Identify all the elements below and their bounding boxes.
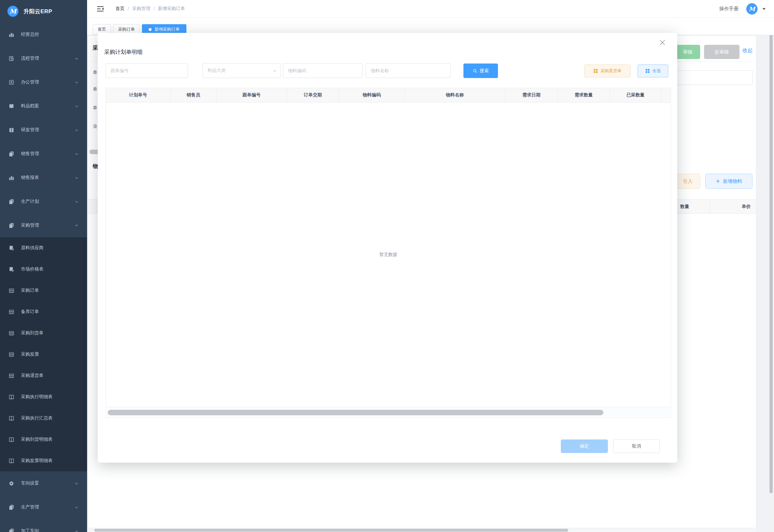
manual-link[interactable]: 操作手册 — [719, 6, 739, 12]
sidebar-item-0[interactable]: 经营总控 — [0, 23, 87, 46]
sidebar-item-6[interactable]: 销售报表 — [0, 166, 87, 190]
caret-down-icon[interactable] — [762, 8, 766, 12]
plan-table-horizontal-scrollbar-track — [105, 407, 671, 418]
sidebar-item-7[interactable]: 生产计划 — [0, 190, 87, 213]
sidebar-item-10[interactable]: 市场价格表 — [0, 259, 87, 280]
book-icon — [9, 458, 14, 464]
plan-table-header-5: 物料名称 — [405, 88, 505, 102]
topbar: 首页 / 采购管理 / 新增采购订单 操作手册 M — [87, 0, 774, 18]
breadcrumb-separator: / — [154, 6, 155, 11]
flow-icon — [9, 56, 14, 61]
plan-table-header-0: 计划单号 — [106, 88, 171, 102]
category-select[interactable]: 料品大类 — [203, 63, 281, 78]
cancel-button[interactable]: 取消 — [613, 439, 660, 453]
sidebar-item-5[interactable]: 销售管理 — [0, 142, 87, 166]
avatar[interactable]: M — [746, 3, 758, 15]
topbar-right: 操作手册 M — [719, 3, 766, 15]
chevron-down-icon — [74, 176, 79, 180]
material-code-input[interactable] — [283, 63, 362, 78]
sidebar-item-11[interactable]: 采购订单 — [0, 280, 87, 301]
plan-table-header-row: 计划单号销售员跟单编号订单交期物料编码物料名称需求日期需求数量已采数量 — [105, 88, 671, 103]
sidebar-item-4[interactable]: 研发管理 — [0, 118, 87, 142]
sidebar-item-13[interactable]: 采购到货单 — [0, 322, 87, 344]
sidebar-item-label: 备库订单 — [21, 309, 79, 315]
pages-icon — [9, 505, 14, 510]
sidebar-item-21[interactable]: 生产管理 — [0, 495, 87, 519]
breadcrumb-separator: / — [128, 6, 129, 11]
sidebar-item-label: 采购发票明细表 — [21, 458, 79, 464]
book-icon — [9, 416, 14, 421]
pages-icon — [9, 199, 14, 204]
app-logo-icon: M — [7, 6, 18, 17]
sidebar-item-label: 加工车间 — [21, 528, 74, 532]
sidebar-item-18[interactable]: 采购到货明细表 — [0, 429, 87, 450]
purchase-return-order-button[interactable]: 采购退货单 — [584, 64, 630, 77]
confirm-button[interactable]: 确定 — [561, 439, 608, 453]
plan-table-horizontal-scrollbar-thumb[interactable] — [108, 410, 603, 415]
category-select-placeholder: 料品大类 — [208, 68, 226, 74]
book-icon — [9, 394, 14, 400]
import-button[interactable]: 引入 — [675, 174, 700, 189]
doc-edit-icon — [9, 245, 14, 251]
sidebar-item-9[interactable]: 原料供应商 — [0, 237, 87, 259]
tabs-bar: 首页采购订单新增采购订单 — [87, 18, 774, 35]
purchase-return-order-label: 采购退货单 — [600, 68, 621, 74]
search-icon — [473, 69, 477, 73]
plan-table-header-3: 订单交期 — [287, 88, 339, 102]
sidebar-item-label: 采购订单 — [21, 288, 79, 293]
sidebar-item-label: 研发管理 — [21, 127, 74, 133]
sidebar-item-16[interactable]: 采购执行明细表 — [0, 386, 87, 408]
sidebar-item-label: 车间设置 — [21, 480, 74, 486]
tab-active-dot — [149, 28, 152, 31]
close-icon[interactable] — [659, 39, 666, 46]
sidebar-item-label: 生产管理 — [21, 504, 74, 510]
sidebar-item-22[interactable]: 加工车间 — [0, 519, 87, 532]
material-name-input[interactable] — [366, 63, 451, 78]
sidebar-item-17[interactable]: 采购执行汇总表 — [0, 408, 87, 429]
add-material-button[interactable]: 新增物料 — [705, 174, 752, 189]
page-horizontal-scrollbar-thumb[interactable] — [94, 529, 568, 532]
sidebar-item-12[interactable]: 备库订单 — [0, 301, 87, 322]
background-form-label-fragment-2: 单 — [93, 105, 97, 111]
sidebar-item-20[interactable]: 车间设置 — [0, 471, 87, 495]
sidebar-item-14[interactable]: 采购发票 — [0, 344, 87, 365]
unaudit-button[interactable]: 反审核 — [704, 45, 739, 59]
pages-icon — [9, 151, 14, 157]
chevron-down-icon — [273, 69, 277, 73]
plan-table-header-6: 需求日期 — [505, 88, 558, 102]
archive-icon — [9, 103, 14, 109]
collapse-link[interactable]: 收起 — [742, 47, 753, 54]
select-all-button[interactable]: 全选 — [638, 64, 668, 77]
search-button[interactable]: 搜索 — [463, 64, 498, 78]
audit-button[interactable]: 审核 — [675, 45, 700, 59]
sidebar-item-label: 采购到货单 — [21, 330, 79, 336]
sidebar-item-19[interactable]: 采购发票明细表 — [0, 450, 87, 471]
sidebar-item-label: 采购执行汇总表 — [21, 415, 79, 421]
follow-no-input[interactable] — [105, 63, 188, 78]
sidebar-menu: 经营总控流程管理办公管理料品档案研发管理销售管理销售报表生产计划采购管理原料供应… — [0, 23, 87, 532]
breadcrumb-current: 新增采购订单 — [158, 6, 185, 12]
pages-icon — [9, 223, 14, 228]
grid-icon — [9, 352, 14, 357]
plan-table-header-9 — [661, 88, 671, 102]
sidebar-item-1[interactable]: 流程管理 — [0, 46, 87, 70]
chevron-down-icon — [74, 56, 79, 61]
empty-state-text: 暂无数据 — [379, 252, 397, 258]
sidebar-item-label: 市场价格表 — [21, 266, 79, 272]
page-title-partial: 采 — [93, 44, 98, 52]
chart-icon — [9, 175, 14, 181]
sidebar-item-3[interactable]: 料品档案 — [0, 94, 87, 118]
sidebar-item-2[interactable]: 办公管理 — [0, 70, 87, 94]
sidebar-item-8[interactable]: 采购管理 — [0, 213, 87, 237]
background-form-field[interactable] — [674, 70, 753, 85]
page-vertical-scrollbar-thumb[interactable] — [769, 29, 773, 493]
menu-fold-icon[interactable] — [97, 6, 104, 12]
app-root: M 升阳云ERP 经营总控流程管理办公管理料品档案研发管理销售管理销售报表生产计… — [0, 0, 774, 532]
sidebar-item-15[interactable]: 采购退货单 — [0, 365, 87, 386]
breadcrumb: 首页 / 采购管理 / 新增采购订单 — [115, 6, 185, 12]
chevron-down-icon — [74, 529, 79, 532]
chevron-down-icon — [74, 505, 79, 509]
breadcrumb-home[interactable]: 首页 — [115, 6, 124, 12]
sidebar-item-label: 流程管理 — [21, 55, 74, 61]
grid-icon — [9, 309, 14, 315]
